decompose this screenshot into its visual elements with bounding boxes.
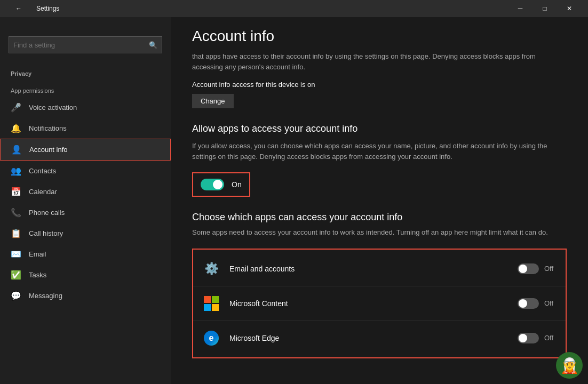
app-toggle-row-email-accounts[interactable]: Off [518, 263, 557, 274]
app-toggle-row-microsoft-edge[interactable]: Off [518, 333, 557, 343]
call-history-icon: 📋 [11, 228, 21, 238]
voice-activation-icon: 🎤 [11, 102, 21, 113]
sidebar-item-label-notifications: Notifications [29, 124, 67, 132]
page-title: Account info [192, 28, 567, 45]
nav-items-container: 🎤 Voice activation 🔔 Notifications 👤 Acc… [0, 97, 171, 306]
sidebar-item-label-voice-activation: Voice activation [29, 103, 77, 111]
contacts-icon: 👥 [11, 166, 21, 176]
email-icon: ✉️ [11, 249, 21, 259]
app-toggle-label-email-accounts: Off [544, 265, 557, 273]
search-icon: 🔍 [149, 41, 157, 49]
sidebar-item-messaging[interactable]: 💬 Messaging [0, 285, 171, 306]
title-bar: ← Settings ─ □ ✕ [0, 0, 588, 17]
sidebar-item-label-calendar: Calendar [29, 188, 57, 196]
allow-section-title: Allow apps to access your account info [192, 123, 567, 134]
main-toggle-row[interactable]: On [192, 172, 250, 197]
messaging-icon: 💬 [11, 291, 21, 301]
app-toggle-microsoft-edge[interactable] [518, 333, 539, 343]
sidebar-header [0, 17, 171, 36]
app-name-microsoft-content: Microsoft Content [229, 299, 509, 308]
app-row-microsoft-content: Microsoft Content Off [193, 286, 566, 321]
app-row-microsoft-edge: e Microsoft Edge Off [193, 321, 566, 355]
app-list: ⚙️ Email and accounts Off Microsoft Cont… [192, 249, 567, 358]
app-name-microsoft-edge: Microsoft Edge [229, 334, 509, 342]
sidebar: 🔍 Privacy App permissions 🎤 Voice activa… [0, 17, 171, 384]
sidebar-item-label-tasks: Tasks [29, 271, 46, 279]
app-toggle-knob-microsoft-edge [519, 334, 527, 342]
sidebar-item-calendar[interactable]: 📅 Calendar [0, 181, 171, 202]
sidebar-item-voice-activation[interactable]: 🎤 Voice activation [0, 97, 171, 118]
main-content: Account info that apps have access to th… [171, 17, 588, 384]
sidebar-item-label-contacts: Contacts [29, 167, 56, 175]
minimize-button[interactable]: ─ [508, 0, 533, 17]
app-name-email-accounts: Email and accounts [229, 265, 509, 273]
close-button[interactable]: ✕ [557, 0, 582, 17]
sidebar-item-call-history[interactable]: 📋 Call history [0, 223, 171, 244]
window-controls: ─ □ ✕ [508, 0, 582, 17]
app-toggle-knob-microsoft-content [519, 299, 527, 308]
sidebar-item-label-email: Email [29, 250, 46, 258]
page-description: that apps have access to their account i… [192, 51, 567, 72]
msn-icon [202, 294, 221, 313]
sidebar-item-contacts[interactable]: 👥 Contacts [0, 161, 171, 181]
app-toggle-email-accounts[interactable] [518, 263, 539, 274]
app-toggle-label-microsoft-content: Off [544, 299, 557, 307]
sidebar-item-label-account-info: Account info [29, 146, 68, 154]
app-permissions-label: App permissions [0, 81, 171, 97]
sidebar-item-tasks[interactable]: ✅ Tasks [0, 265, 171, 285]
tasks-icon: ✅ [11, 270, 21, 280]
sidebar-item-label-messaging: Messaging [29, 292, 62, 300]
notifications-icon: 🔔 [11, 123, 21, 133]
allow-section-desc: If you allow access, you can choose whic… [192, 141, 567, 162]
choose-apps-desc: Some apps need to access your account in… [192, 227, 567, 238]
device-status-text: Account info access for this device is o… [192, 81, 567, 89]
main-toggle-knob [213, 180, 223, 189]
app-body: 🔍 Privacy App permissions 🎤 Voice activa… [0, 17, 588, 384]
watermark-avatar: 🧝 [556, 352, 583, 379]
title-bar-title: Settings [36, 5, 503, 12]
search-input[interactable] [13, 41, 149, 49]
choose-apps-title: Choose which apps can access your accoun… [192, 212, 567, 223]
app-toggle-knob-email-accounts [519, 265, 527, 273]
account-info-icon: 👤 [11, 145, 22, 155]
calendar-icon: 📅 [11, 187, 21, 197]
app-toggle-row-microsoft-content[interactable]: Off [518, 298, 557, 309]
main-toggle-switch[interactable] [201, 179, 224, 190]
maximize-button[interactable]: □ [533, 0, 557, 17]
back-button[interactable]: ← [6, 0, 31, 17]
sidebar-item-label-phone-calls: Phone calls [29, 209, 65, 217]
sidebar-item-notifications[interactable]: 🔔 Notifications [0, 118, 171, 139]
sidebar-item-phone-calls[interactable]: 📞 Phone calls [0, 202, 171, 223]
phone-calls-icon: 📞 [11, 207, 21, 218]
app-row-email-accounts: ⚙️ Email and accounts Off [193, 252, 566, 286]
app-toggle-label-microsoft-edge: Off [544, 334, 557, 342]
app-toggle-microsoft-content[interactable] [518, 298, 539, 309]
privacy-section-label: Privacy [0, 62, 171, 81]
change-button[interactable]: Change [192, 94, 234, 108]
search-box[interactable]: 🔍 [9, 36, 162, 53]
sidebar-item-account-info[interactable]: 👤 Account info [0, 139, 171, 161]
main-toggle-label: On [232, 180, 242, 189]
gear-icon: ⚙️ [202, 259, 221, 278]
sidebar-item-label-call-history: Call history [29, 229, 63, 237]
sidebar-item-email[interactable]: ✉️ Email [0, 244, 171, 265]
edge-icon: e [202, 329, 221, 348]
